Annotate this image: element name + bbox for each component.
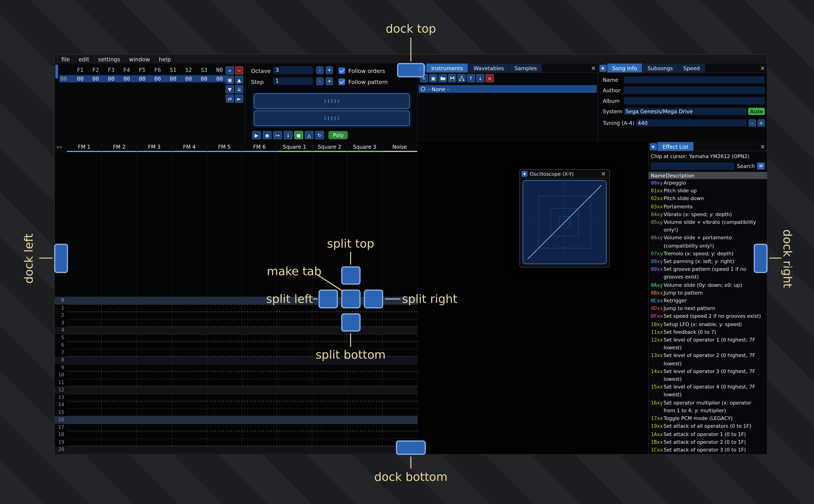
pattern-cell[interactable]: [242, 312, 277, 319]
pattern-cell[interactable]: [137, 312, 172, 319]
pattern-cell[interactable]: [207, 334, 242, 342]
pattern-cell[interactable]: [172, 356, 207, 364]
pattern-cell[interactable]: [347, 401, 382, 409]
octave-increase-button[interactable]: +: [326, 66, 333, 74]
pattern-cell[interactable]: [102, 446, 137, 454]
pattern-cell[interactable]: [242, 394, 277, 401]
pattern-cell[interactable]: [312, 431, 347, 439]
pattern-cell[interactable]: [172, 409, 207, 416]
pattern-cell[interactable]: [172, 431, 207, 439]
collapse-icon[interactable]: ▼: [522, 171, 528, 177]
step-row-button[interactable]: ↦: [273, 131, 282, 139]
order-cell[interactable]: 00: [196, 76, 212, 82]
pattern-cell[interactable]: [102, 439, 137, 446]
pattern-cell[interactable]: [242, 371, 277, 379]
close-icon[interactable]: ×: [758, 142, 767, 151]
pattern-cell[interactable]: [277, 409, 312, 416]
pattern-cell[interactable]: [67, 327, 102, 334]
order-cell[interactable]: 00: [150, 76, 165, 82]
dock-target-split-right[interactable]: [364, 290, 383, 308]
pattern-cell[interactable]: [277, 371, 312, 379]
tab-effect-list[interactable]: Effect List: [658, 142, 693, 151]
delete-instrument-button[interactable]: ×: [486, 74, 494, 82]
pattern-cell[interactable]: [382, 424, 418, 431]
pattern-cell[interactable]: [312, 446, 347, 454]
pattern-cell[interactable]: [172, 349, 207, 357]
pattern-cell[interactable]: [207, 342, 242, 349]
dock-target-left[interactable]: [54, 244, 68, 273]
pattern-row[interactable]: 9: [55, 364, 418, 372]
pattern-cell[interactable]: [172, 416, 207, 424]
pattern-cell[interactable]: [137, 356, 172, 364]
pattern-row[interactable]: 17: [55, 424, 418, 431]
step-increase-button[interactable]: +: [326, 77, 333, 85]
open-instrument-button[interactable]: [439, 74, 447, 82]
channel-header-square-2[interactable]: Square 2: [312, 142, 347, 152]
dock-target-make-tab[interactable]: [341, 290, 360, 308]
follow-pattern-checkbox[interactable]: [338, 78, 345, 85]
auto-button[interactable]: Auto: [748, 108, 765, 115]
pattern-cell[interactable]: [207, 454, 242, 454]
pattern-cell[interactable]: [102, 454, 137, 454]
dock-target-split-bottom[interactable]: [341, 313, 360, 332]
pattern-cell[interactable]: [312, 371, 347, 379]
pattern-cell[interactable]: [382, 356, 418, 364]
dock-target-right[interactable]: [754, 244, 768, 273]
octave-input[interactable]: 3: [273, 66, 313, 74]
duplicate-order-button[interactable]: ▣: [226, 76, 234, 84]
pattern-cell[interactable]: [347, 342, 382, 349]
pattern-cell[interactable]: [312, 334, 347, 342]
order-cell[interactable]: 00: [165, 76, 181, 82]
pattern-cell[interactable]: [67, 431, 102, 439]
pattern-cell[interactable]: [242, 319, 277, 327]
pattern-cell[interactable]: [67, 319, 102, 327]
pattern-row[interactable]: 6: [55, 342, 418, 349]
order-cell[interactable]: 00: [103, 76, 119, 82]
pattern-cell[interactable]: [67, 379, 102, 386]
pattern-cell[interactable]: [172, 401, 207, 409]
pattern-cell[interactable]: [137, 319, 172, 327]
order-cell[interactable]: 00: [181, 76, 196, 82]
dock-target-bottom[interactable]: [396, 440, 426, 455]
pattern-cell[interactable]: [137, 327, 172, 334]
pattern-cell[interactable]: [242, 424, 277, 431]
pattern-cell[interactable]: [102, 394, 137, 401]
pattern-cell[interactable]: [382, 312, 418, 319]
pattern-cell[interactable]: [207, 319, 242, 327]
channel-header-fm-2[interactable]: FM 2: [102, 142, 137, 152]
pattern-cell[interactable]: [137, 416, 172, 424]
pattern-cell[interactable]: [207, 401, 242, 409]
pattern-cell[interactable]: [382, 394, 418, 401]
pattern-cell[interactable]: [312, 386, 347, 394]
pattern-cell[interactable]: [172, 327, 207, 334]
pattern-cell[interactable]: [382, 334, 418, 342]
pattern-cell[interactable]: [242, 334, 277, 342]
pattern-cell[interactable]: [382, 349, 418, 357]
pattern-cell[interactable]: [382, 319, 418, 327]
pattern-cell[interactable]: [172, 319, 207, 327]
pattern-row[interactable]: 4: [55, 327, 418, 334]
name-input[interactable]: [624, 76, 765, 83]
pattern-cell[interactable]: [382, 371, 418, 379]
pattern-cell[interactable]: [277, 431, 312, 439]
order-cell[interactable]: 00: [72, 76, 88, 82]
pattern-cell[interactable]: [137, 334, 172, 342]
pattern-cell[interactable]: [137, 379, 172, 386]
order-edit-button[interactable]: ►: [235, 95, 243, 103]
pattern-cell[interactable]: [277, 446, 312, 454]
pattern-cell[interactable]: [207, 297, 242, 304]
edit-record-button[interactable]: ●: [294, 131, 303, 139]
pattern-cell[interactable]: [242, 401, 277, 409]
pattern-cell[interactable]: [207, 416, 242, 424]
pattern-cell[interactable]: [207, 312, 242, 319]
channel-header-fm-1[interactable]: FM 1: [67, 142, 102, 152]
pattern-cell[interactable]: [67, 416, 102, 424]
pattern-cell[interactable]: [277, 401, 312, 409]
pattern-row[interactable]: 14: [55, 401, 418, 409]
pattern-cell[interactable]: [67, 304, 102, 312]
instrument-list-item[interactable]: - None -: [419, 85, 597, 93]
dock-target-split-left[interactable]: [318, 290, 338, 308]
pattern-cell[interactable]: [207, 394, 242, 401]
pattern-cell[interactable]: [137, 386, 172, 394]
pattern-cell[interactable]: [277, 319, 312, 327]
